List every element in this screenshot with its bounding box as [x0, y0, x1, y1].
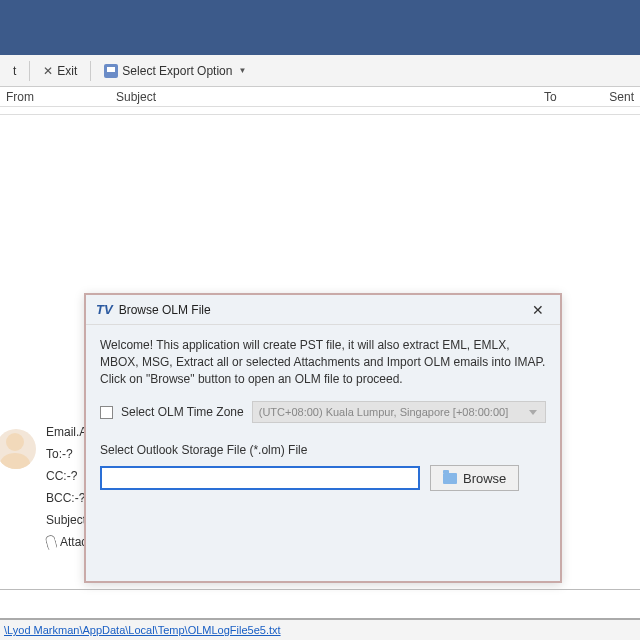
toolbar-button-label: t	[13, 64, 16, 78]
toolbar-separator	[29, 61, 30, 81]
timezone-value: (UTC+08:00) Kuala Lumpur, Singapore [+08…	[259, 406, 509, 418]
toolbar-separator	[90, 61, 91, 81]
message-list-header: From Subject To Sent	[0, 87, 640, 107]
browse-olm-dialog: TV Browse OLM File ✕ Welcome! This appli…	[84, 293, 562, 583]
separator	[0, 589, 640, 590]
exit-icon: ✕	[43, 64, 53, 78]
timezone-row: Select OLM Time Zone (UTC+08:00) Kuala L…	[100, 401, 546, 423]
dialog-titlebar[interactable]: TV Browse OLM File ✕	[86, 295, 560, 325]
select-export-option-button[interactable]: Select Export Option ▼	[95, 60, 255, 82]
close-button[interactable]: ✕	[526, 300, 550, 320]
browse-button[interactable]: Browse	[430, 465, 519, 491]
timezone-select[interactable]: (UTC+08:00) Kuala Lumpur, Singapore [+08…	[252, 401, 546, 423]
app-titlebar	[0, 0, 640, 55]
content-area: Email.A To:-? CC:-? BCC:-? Subject:-? At…	[0, 115, 640, 570]
browse-label: Browse	[463, 471, 506, 486]
column-header-to[interactable]: To	[544, 90, 594, 104]
file-select-label: Select Outlook Storage File (*.olm) File	[100, 443, 546, 457]
column-header-from[interactable]: From	[6, 90, 116, 104]
folder-icon	[443, 473, 457, 484]
save-disk-icon	[104, 64, 118, 78]
main-toolbar: t ✕ Exit Select Export Option ▼	[0, 55, 640, 87]
column-header-subject[interactable]: Subject	[116, 90, 544, 104]
paperclip-icon	[44, 534, 57, 550]
file-path-input[interactable]	[100, 466, 420, 490]
toolbar-button-truncated[interactable]: t	[4, 60, 25, 82]
status-bar: \Lyod Markman\AppData\Local\Temp\OLMLogF…	[0, 618, 640, 640]
exit-button[interactable]: ✕ Exit	[34, 60, 86, 82]
avatar	[0, 429, 36, 469]
dialog-body: Welcome! This application will create PS…	[86, 325, 560, 503]
exit-label: Exit	[57, 64, 77, 78]
log-file-link[interactable]: \Lyod Markman\AppData\Local\Temp\OLMLogF…	[4, 624, 281, 636]
app-logo-icon: TV	[96, 302, 113, 317]
chevron-down-icon: ▼	[238, 66, 246, 75]
file-row: Browse	[100, 465, 546, 491]
timezone-checkbox-label[interactable]: Select OLM Time Zone	[121, 405, 244, 419]
welcome-text: Welcome! This application will create PS…	[100, 337, 546, 387]
message-list-area	[0, 107, 640, 115]
column-header-sent[interactable]: Sent	[594, 90, 634, 104]
export-label: Select Export Option	[122, 64, 232, 78]
dialog-title: Browse OLM File	[119, 303, 526, 317]
timezone-checkbox[interactable]	[100, 406, 113, 419]
